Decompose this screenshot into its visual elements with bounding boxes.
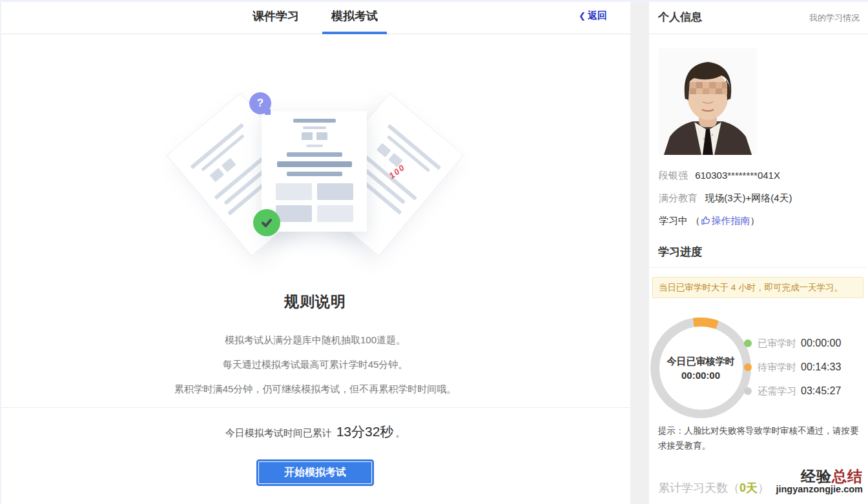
- face-mosaic: [690, 82, 727, 94]
- education-label: 满分教育: [659, 192, 698, 203]
- rule-line-3: 累积学时满45分钟，仍可继续模拟考试，但不再累积学时时间哦。: [0, 383, 630, 396]
- paper-small-line: [306, 145, 323, 147]
- paper-text-line: [287, 172, 342, 176]
- watermark-title: 经验总结: [776, 469, 863, 485]
- daily-hours-notice: 当日已审学时大于 4 小时，即可完成一天学习。: [652, 277, 863, 298]
- legend-dot-pending: [744, 363, 752, 371]
- main-panel: 课件学习 模拟考试 ❮返回: [0, 0, 630, 504]
- question-glyph: ?: [257, 97, 264, 110]
- paper-subtitle-line: [303, 126, 326, 129]
- total-study-days: 累计学习天数（0天）: [658, 480, 769, 496]
- legend-dot-remaining: [744, 387, 752, 395]
- sidebar-header: 个人信息 我的学习情况: [649, 0, 868, 34]
- paper-answer-grid: [276, 183, 353, 222]
- paper-text-line: [277, 161, 352, 167]
- study-progress-title: 学习进度: [658, 245, 702, 259]
- watermark-part2: 总结: [832, 468, 863, 485]
- days-prefix: 累计学习天数（: [658, 481, 739, 494]
- legend-pending-hours: 待审学时 00:14:33: [744, 361, 841, 374]
- paper-line: [222, 158, 236, 172]
- accumulated-prefix: 今日模拟考试时间已累计: [225, 427, 332, 439]
- back-link[interactable]: ❮返回: [579, 0, 607, 34]
- today-accumulated-line: 今日模拟考试时间已累计 13分32秒 。: [0, 423, 630, 441]
- section-divider: [0, 407, 630, 408]
- legend-remaining-hours: 还需学习 03:45:27: [744, 385, 841, 398]
- paper-title-line: [293, 119, 336, 123]
- legend-dot-approved: [744, 339, 752, 347]
- paper-line: [190, 123, 244, 169]
- profile-status-row: 学习中 （操作指南）: [659, 214, 760, 228]
- profile-education-row: 满分教育 现场(3天)+网络(4天): [659, 191, 792, 205]
- legend-value: 00:14:33: [801, 361, 841, 373]
- paper-text-line: [287, 152, 342, 157]
- rule-line-2: 每天通过模拟考试最高可累计学时45分钟。: [0, 359, 630, 371]
- thumb-up-icon: [701, 216, 710, 225]
- app-window: 课件学习 模拟考试 ❮返回: [0, 0, 868, 504]
- accumulated-suffix: 。: [395, 427, 405, 439]
- legend-value: 00:00:00: [801, 338, 841, 349]
- question-icon: ?: [249, 92, 271, 114]
- legend-value: 03:45:27: [801, 385, 841, 397]
- personal-info-title: 个人信息: [658, 10, 702, 25]
- check-icon: [253, 209, 280, 236]
- legend-approved-hours: 已审学时 00:00:00: [744, 337, 841, 350]
- top-edge-strip: [0, 0, 868, 2]
- back-label: 返回: [588, 10, 607, 21]
- operation-guide-link[interactable]: 操作指南: [711, 215, 750, 226]
- face-verification-tip: 提示：人脸比对失败将导致学时审核不通过，请按要求接受教育。: [658, 423, 862, 453]
- donut-center-value: 00:00:00: [681, 370, 720, 381]
- chevron-left-icon: ❮: [579, 11, 586, 21]
- my-study-status-link[interactable]: 我的学习情况: [809, 12, 860, 24]
- legend-label: 还需学习: [758, 385, 796, 398]
- sidebar-panel: 个人信息 我的学习情况 段银强 610303********: [649, 0, 868, 504]
- exam-illustration: ? 100: [186, 71, 444, 265]
- legend-label: 待审学时: [758, 361, 796, 374]
- left-edge-strip: [0, 0, 1, 504]
- rule-line-1: 模拟考试从满分题库中随机抽取100道题。: [0, 334, 630, 347]
- paper-squares: [302, 132, 327, 140]
- paper-line: [377, 143, 391, 157]
- study-status: 学习中: [659, 215, 688, 226]
- donut-center-label: 今日已审核学时: [667, 356, 735, 368]
- days-value: 0天: [739, 481, 758, 494]
- tab-courseware-study[interactable]: 课件学习: [243, 0, 308, 34]
- education-value: 现场(3天)+网络(4天): [705, 192, 792, 203]
- days-suffix: ）: [758, 481, 769, 494]
- paren-open: （: [690, 215, 700, 226]
- watermark-domain: jingyanzongjie.com: [776, 485, 863, 495]
- profile-name-row: 段银强 610303********041X: [659, 168, 780, 183]
- profile-name: 段银强: [659, 170, 688, 181]
- watermark-part1: 经验: [801, 468, 832, 485]
- legend-label: 已审学时: [758, 338, 796, 350]
- profile-photo: [659, 48, 757, 155]
- sidebar-divider: [650, 267, 867, 268]
- paper-line: [209, 168, 224, 182]
- watermark: 经验总结 jingyanzongjie.com: [776, 469, 863, 494]
- study-hours-donut-chart: 今日已审核学时 00:00:00: [650, 318, 751, 418]
- main-header: 课件学习 模拟考试: [0, 0, 630, 34]
- checkmark-glyph: [260, 216, 274, 230]
- rules-title: 规则说明: [0, 292, 630, 312]
- profile-id-number: 610303********041X: [695, 170, 780, 181]
- donut-center: 今日已审核学时 00:00:00: [659, 327, 743, 410]
- start-mock-exam-button[interactable]: 开始模拟考试: [256, 459, 374, 486]
- tab-mock-exam[interactable]: 模拟考试: [322, 0, 387, 34]
- paren-close: ）: [750, 215, 760, 226]
- accumulated-duration: 13分32秒: [336, 423, 394, 441]
